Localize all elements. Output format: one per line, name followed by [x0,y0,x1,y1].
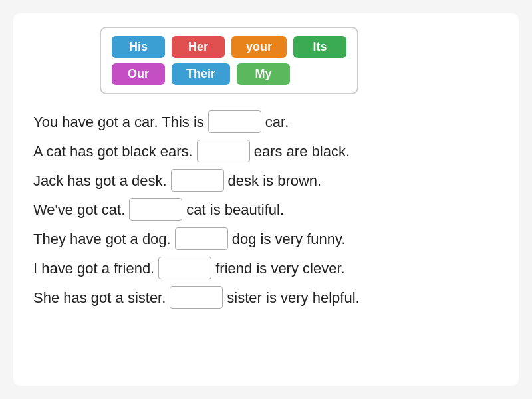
answer-input-5[interactable] [175,227,228,250]
sentence-after-4: cat is beautiful. [186,199,284,221]
sentence-after-3: desk is brown. [228,170,322,192]
sentences-container: You have got a car. This is car.A cat ha… [33,109,499,310]
sentence-after-2: ears are black. [254,140,350,162]
sentence-line-2: A cat has got black ears. ears are black… [33,138,499,164]
sentence-before-4: We've got cat. [33,199,125,221]
sentence-before-6: I have got a friend. [33,257,154,279]
chip-my[interactable]: My [237,63,290,85]
word-bank-row-1: HisHeryourIts [112,36,346,58]
word-bank-row-2: OurTheirMy [112,63,346,85]
sentence-line-7: She has got a sister. sister is very hel… [33,285,499,310]
chip-her[interactable]: Her [172,36,225,58]
chip-our[interactable]: Our [112,63,165,85]
page: HisHeryourIts OurTheirMy You have got a … [13,13,519,386]
sentence-line-3: Jack has got a desk. desk is brown. [33,168,499,193]
sentence-before-7: She has got a sister. [33,287,166,309]
sentence-before-3: Jack has got a desk. [33,170,167,192]
answer-input-2[interactable] [197,140,250,162]
sentence-after-7: sister is very helpful. [227,287,359,309]
sentence-line-6: I have got a friend. friend is very clev… [33,255,499,281]
sentence-line-1: You have got a car. This is car. [33,109,499,134]
chip-his[interactable]: His [112,36,165,58]
answer-input-7[interactable] [170,286,223,309]
sentence-before-1: You have got a car. This is [33,111,204,133]
answer-input-4[interactable] [129,198,182,221]
sentence-line-5: They have got a dog. dog is very funny. [33,226,499,251]
sentence-before-5: They have got a dog. [33,228,171,250]
answer-input-3[interactable] [171,169,224,192]
chip-its[interactable]: Its [293,36,346,58]
sentence-before-2: A cat has got black ears. [33,140,193,162]
chip-your[interactable]: your [231,36,287,58]
answer-input-1[interactable] [208,110,261,133]
sentence-after-6: friend is very clever. [215,257,344,279]
sentence-after-1: car. [265,111,289,133]
answer-input-6[interactable] [158,257,211,279]
sentence-after-5: dog is very funny. [232,228,346,250]
chip-their[interactable]: Their [172,63,230,85]
sentence-line-4: We've got cat. cat is beautiful. [33,197,499,222]
word-bank: HisHeryourIts OurTheirMy [100,27,358,94]
